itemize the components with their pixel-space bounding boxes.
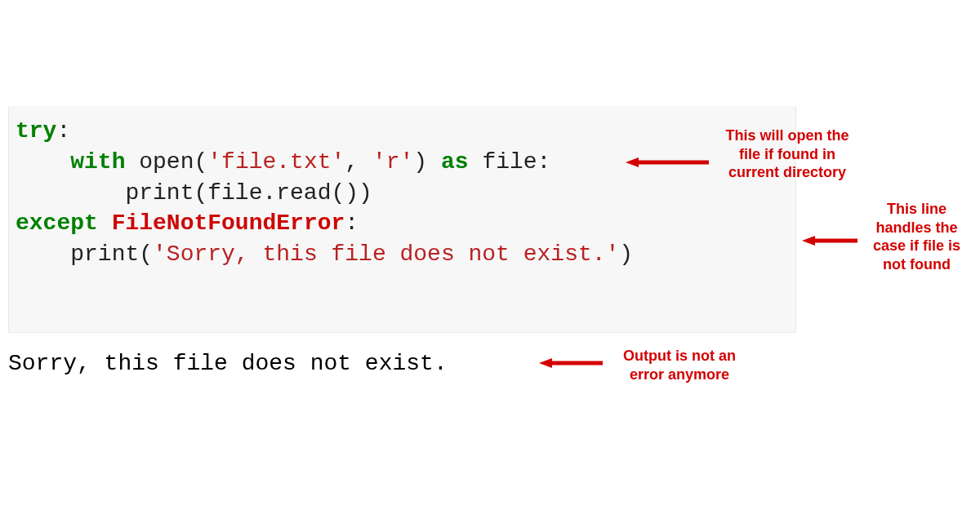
- keyword-as: as: [441, 149, 469, 175]
- annotation-output: Output is not an error anymore: [607, 347, 752, 383]
- builtin-print: print: [125, 180, 194, 206]
- string-sorry: 'Sorry, this file does not exist.': [153, 241, 619, 267]
- output-text: Sorry, this file does not exist.: [8, 351, 448, 376]
- keyword-with: with: [70, 149, 125, 175]
- keyword-except: except: [16, 210, 98, 236]
- code-block: try: with open('file.txt', 'r') as file:…: [8, 106, 796, 333]
- builtin-open: open: [139, 149, 194, 175]
- svg-marker-1: [626, 157, 639, 167]
- string-mode: 'r': [372, 149, 413, 175]
- exception-name: FileNotFoundError: [112, 210, 345, 236]
- string-filename: 'file.txt': [207, 149, 345, 175]
- identifier-file: file: [482, 149, 537, 175]
- expr-fileread: file.read(): [207, 180, 359, 206]
- annotation-open-file: This will open the file if found in curr…: [714, 126, 861, 182]
- annotation-handles-case: This line handles the case if file is no…: [862, 200, 972, 273]
- keyword-try: try: [16, 118, 56, 144]
- arrow-icon: [626, 156, 709, 169]
- svg-marker-5: [539, 358, 552, 368]
- arrow-icon: [802, 234, 858, 247]
- svg-marker-3: [802, 236, 815, 246]
- arrow-icon: [539, 357, 603, 370]
- builtin-print: print: [70, 241, 139, 267]
